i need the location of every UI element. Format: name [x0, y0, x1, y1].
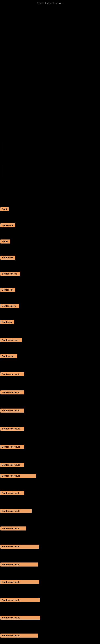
bottleneck-badge-11: Bottleneck result	[0, 372, 24, 376]
bottleneck-badge-4: Bottleneck	[0, 256, 15, 260]
bottleneck-item-13: Bottleneck result	[0, 408, 100, 413]
bottleneck-item-3: Bottle	[0, 240, 100, 244]
bottleneck-item-6: Bottleneck	[0, 288, 100, 292]
bottleneck-badge-21: Bottleneck result	[0, 544, 39, 548]
bottleneck-badge-13: Bottleneck result	[0, 408, 24, 412]
bottleneck-item-26: Bottleneck result	[0, 634, 100, 638]
bottleneck-item-9: Bottleneck resu	[0, 338, 100, 343]
bottleneck-item-15: Bottleneck result	[0, 445, 100, 450]
bottleneck-item-20: Bottleneck result	[0, 526, 100, 531]
bottleneck-item-17: Bottleneck result	[0, 474, 100, 478]
bottleneck-badge-6: Bottleneck	[0, 288, 15, 292]
bottleneck-item-4: Bottleneck	[0, 256, 100, 260]
bottleneck-badge-10: Bottleneck r	[0, 354, 17, 358]
bottleneck-badge-2: Bottleneck	[0, 224, 15, 228]
bottleneck-badge-8: Bottlenec	[0, 320, 14, 324]
bottleneck-badge-14: Bottleneck result	[0, 427, 24, 431]
bottleneck-item-11: Bottleneck result	[0, 372, 100, 377]
bottleneck-item-24: Bottleneck result	[0, 598, 100, 603]
bottleneck-badge-16: Bottleneck result	[0, 463, 24, 467]
bottleneck-item-22: Bottleneck result	[0, 562, 100, 567]
bottleneck-badge-18: Bottleneck result	[0, 491, 24, 495]
bottleneck-item-5: Bottleneck res	[0, 272, 100, 276]
bottleneck-badge-7: Bottleneck re	[0, 304, 19, 308]
bottleneck-item-19: Bottleneck result	[0, 509, 100, 514]
vertical-line-1	[2, 141, 2, 153]
bottleneck-item-1: Bottl	[0, 207, 100, 212]
bottleneck-badge-1: Bottl	[0, 207, 9, 211]
bottleneck-badge-3: Bottle	[0, 240, 10, 244]
bottleneck-item-14: Bottleneck result	[0, 427, 100, 432]
bottleneck-item-16: Bottleneck result	[0, 463, 100, 468]
chart-area	[2, 6, 98, 127]
site-title: TheBottlenecker.com	[37, 2, 63, 5]
bottleneck-item-8: Bottlenec	[0, 320, 100, 325]
bottleneck-item-12: Bottleneck result	[0, 390, 100, 395]
bottleneck-badge-20: Bottleneck result	[0, 526, 26, 530]
bottleneck-badge-24: Bottleneck result	[0, 598, 40, 602]
bottleneck-item-25: Bottleneck result	[0, 616, 100, 620]
bottleneck-badge-17: Bottleneck result	[0, 474, 36, 478]
bottleneck-badge-15: Bottleneck result	[0, 445, 24, 449]
bottleneck-item-21: Bottleneck result	[0, 544, 100, 550]
bottleneck-badge-23: Bottleneck result	[0, 580, 39, 584]
bottleneck-badge-25: Bottleneck result	[0, 616, 40, 620]
bottleneck-item-2: Bottleneck	[0, 224, 100, 228]
bottleneck-badge-26: Bottleneck result	[0, 634, 38, 638]
bottleneck-item-18: Bottleneck result	[0, 491, 100, 496]
bottleneck-badge-12: Bottleneck result	[0, 390, 24, 394]
bottleneck-badge-5: Bottleneck res	[0, 272, 20, 276]
bottleneck-item-23: Bottleneck result	[0, 580, 100, 585]
bottleneck-badge-19: Bottleneck result	[0, 509, 32, 513]
bottleneck-badge-22: Bottleneck result	[0, 562, 38, 566]
vertical-line-2	[2, 165, 2, 177]
bottleneck-item-7: Bottleneck re	[0, 304, 100, 309]
bottleneck-badge-9: Bottleneck resu	[0, 338, 22, 342]
bottleneck-item-10: Bottleneck r	[0, 354, 100, 359]
